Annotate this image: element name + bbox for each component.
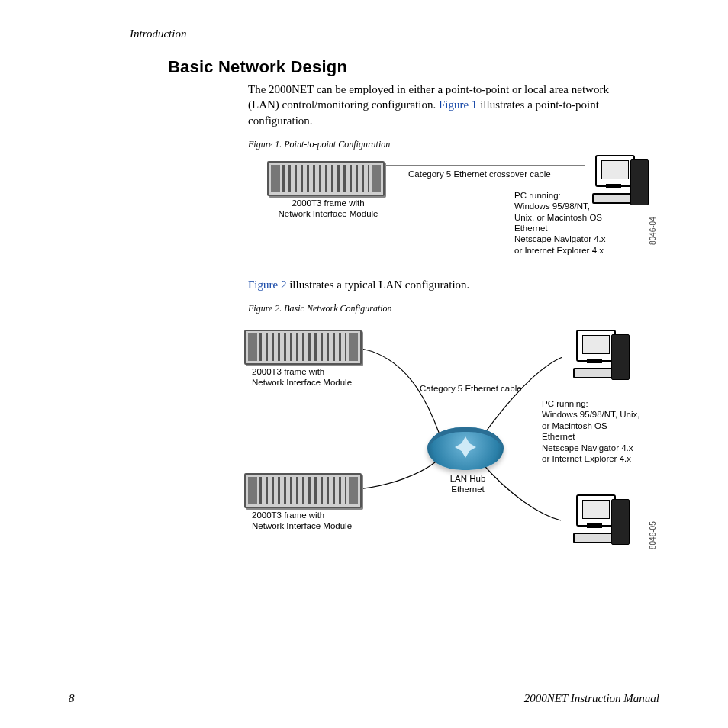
pc2-l5: Netscape Navigator 4.x (542, 443, 633, 453)
page-footer: 8 2000NET Instruction Manual (69, 692, 659, 705)
hub-label: LAN Hub Ethernet (441, 473, 494, 495)
pc2-l1: PC running: (542, 399, 588, 408)
figure-code-2: 8046-05 (649, 521, 657, 549)
rack2b-l2: Network Interface Module (252, 521, 352, 530)
rack-label-top: 2000T3 frame with Network Interface Modu… (252, 366, 366, 388)
figure-1-link[interactable]: Figure 1 (439, 98, 477, 111)
pc-l3: Unix, or Macintosh OS (514, 213, 602, 222)
figure-1: 2000T3 frame with Network Interface Modu… (198, 155, 644, 277)
page-number: 8 (69, 692, 75, 705)
pc-l4: Ethernet (514, 224, 547, 233)
rack-label-bottom: 2000T3 frame with Network Interface Modu… (252, 510, 366, 532)
heading-basic-network-design: Basic Network Design (168, 57, 659, 77)
rack2b-l1: 2000T3 frame with (252, 511, 324, 520)
rack-label: 2000T3 frame with Network Interface Modu… (275, 198, 382, 220)
rack-frame-icon (244, 330, 362, 365)
rack-frame-icon (244, 473, 362, 508)
pc2-l6: or Internet Explorer 4.x (542, 454, 631, 463)
hub-l1: LAN Hub (450, 474, 486, 483)
rack-frame-icon (267, 161, 385, 196)
pc2-l2: Windows 95/98/NT, Unix, (542, 410, 639, 419)
pc-icon (569, 330, 630, 383)
figure-2-caption: Figure 2. Basic Network Configuration (248, 303, 659, 314)
lan-hub-icon (427, 427, 504, 470)
pc-spec-label: PC running: Windows 95/98/NT, Unix, or M… (514, 190, 629, 256)
pc-l1: PC running: (514, 191, 561, 200)
hub-l2: Ethernet (451, 485, 484, 494)
pc-l6: or Internet Explorer 4.x (514, 246, 604, 255)
paragraph-1: The 2000NET can be employed in either a … (248, 82, 636, 128)
figure-code: 8046-04 (649, 217, 657, 245)
rack2a-l1: 2000T3 frame with (252, 367, 324, 376)
pc-l2: Windows 95/98/NT, (514, 201, 590, 211)
pc-spec-label-2: PC running: Windows 95/98/NT, Unix, or M… (542, 398, 664, 464)
pc2-l3: or Macintosh OS (542, 421, 607, 430)
rack-label-line2: Network Interface Module (278, 209, 378, 218)
pc2-l4: Ethernet (542, 432, 575, 441)
cable-label: Category 5 Ethernet crossover cable (408, 169, 551, 179)
figure-1-caption: Figure 1. Point-to-point Configuration (248, 139, 659, 150)
rack-label-line1: 2000T3 frame with (292, 198, 364, 208)
document-title: 2000NET Instruction Manual (524, 692, 659, 705)
pc-icon (569, 494, 630, 548)
figure-2-link[interactable]: Figure 2 (248, 279, 286, 291)
running-header: Introduction (130, 27, 659, 40)
para2-text-2: illustrates a typical LAN configuration. (289, 279, 469, 291)
figure-2: 2000T3 frame with Network Interface Modu… (198, 321, 644, 588)
rack2a-l2: Network Interface Module (252, 378, 352, 387)
paragraph-2: Figure 2 illustrates a typical LAN confi… (248, 277, 636, 292)
pc-l5: Netscape Navigator 4.x (514, 234, 606, 243)
cable-label-2: Category 5 Ethernet cable (420, 383, 522, 394)
